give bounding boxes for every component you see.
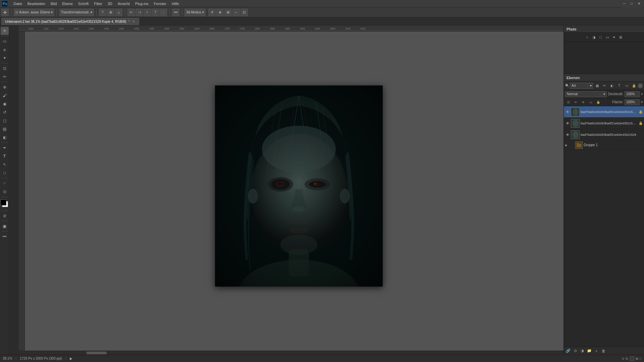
ebenen-icon-6[interactable]: 🔒 xyxy=(631,82,637,89)
layer-row[interactable]: 👁 bad7ba82c60283ba0f21e62e43521529 xyxy=(564,129,644,140)
menu-ansicht[interactable]: Ansicht xyxy=(115,1,132,6)
eyedropper-tool[interactable]: ✏ xyxy=(1,73,9,81)
layer-visibility-1[interactable]: 👁 xyxy=(565,110,570,114)
layer-visibility-4[interactable] xyxy=(570,143,574,147)
status-icon-3[interactable] xyxy=(630,356,634,361)
layer-group-row[interactable]: ▶ Gruppe 1 xyxy=(564,140,644,150)
window-close[interactable]: ✕ xyxy=(635,0,643,7)
tab-close-btn[interactable]: × xyxy=(131,19,136,23)
pfade-icon-3[interactable]: □ xyxy=(598,34,604,40)
lock-transparent[interactable]: ⊡ xyxy=(565,99,572,106)
auto-select-dropdown[interactable]: ☑ Autom. ausw. Ebene ▾ xyxy=(14,9,54,16)
menu-schrift[interactable]: Schrift xyxy=(75,1,91,6)
ebenen-icon-4[interactable]: T xyxy=(616,82,623,89)
lock-artboard[interactable]: ▭ xyxy=(587,99,594,106)
lock-all[interactable]: 🔒 xyxy=(595,99,601,106)
group-layers-btn[interactable]: 📁 xyxy=(586,348,592,354)
lock-position[interactable]: ✛ xyxy=(580,99,587,106)
hscrollbar[interactable] xyxy=(19,351,573,355)
ebenen-icon-5[interactable]: ▭ xyxy=(623,82,630,89)
move-tool[interactable]: ✛ xyxy=(1,27,9,35)
canvas-content[interactable] xyxy=(25,32,573,351)
align-vcenter[interactable]: ⊞ xyxy=(107,9,114,16)
ebenen-icon-1[interactable]: ▦ xyxy=(594,82,600,89)
link-layers-btn[interactable]: 🔗 xyxy=(565,348,571,354)
transform-dropdown[interactable]: Transformationsstr. ▾ xyxy=(59,9,94,16)
pfade-icon-4[interactable]: ▭ xyxy=(604,34,610,40)
delete-layer-btn[interactable]: 🗑 xyxy=(600,348,606,354)
window-maximize[interactable]: □ xyxy=(628,0,635,7)
more-options[interactable]: ••• xyxy=(172,9,179,16)
quick-mask-tool[interactable]: ⊘ xyxy=(1,212,9,220)
distribute-top[interactable]: ⊤ xyxy=(152,9,159,16)
menu-ebene[interactable]: Ebene xyxy=(59,1,75,6)
opacity-arrow[interactable]: ▾ xyxy=(641,92,643,96)
quick-select-tool[interactable]: ✦ xyxy=(1,54,9,62)
foreground-color[interactable] xyxy=(0,199,6,205)
status-arrow[interactable]: ▶ xyxy=(70,357,72,360)
pen-tool[interactable]: ✒ xyxy=(1,144,9,152)
pfade-icon-1[interactable]: ○ xyxy=(584,34,590,40)
menu-bearbeiten[interactable]: Bearbeiten xyxy=(25,1,48,6)
fill-arrow[interactable]: ▾ xyxy=(641,100,643,104)
screen-mode-tool[interactable]: ▣ xyxy=(1,222,9,230)
distribute-right[interactable]: ⊦ xyxy=(144,9,151,16)
blend-mode-select[interactable]: Normal ▾ xyxy=(565,91,607,97)
path-select-tool[interactable]: ↖ xyxy=(1,161,9,169)
crop-tool[interactable]: ⊡ xyxy=(1,64,9,72)
auto-select-mode-dropdown[interactable]: Ebene xyxy=(40,10,50,14)
hand-tool[interactable]: ☞ xyxy=(1,179,9,187)
shape-tool[interactable]: □ xyxy=(1,169,9,177)
text-tool[interactable]: T xyxy=(1,152,9,160)
pfade-icon-6[interactable]: ⊞ xyxy=(618,34,624,40)
pfade-icon-5[interactable]: ✦ xyxy=(611,34,617,40)
stamp-tool[interactable]: ◉ xyxy=(1,100,9,108)
ebenen-icon-2[interactable]: ✏ xyxy=(601,82,608,89)
ebenen-toggle[interactable] xyxy=(638,83,643,88)
layer-visibility-3[interactable]: 👁 xyxy=(565,132,570,137)
layer-row[interactable]: 👁 bad7ba82c60283ba0f21e62e43521529 Kopie… xyxy=(564,106,644,118)
layer-visibility-2[interactable]: 👁 xyxy=(565,121,570,126)
new-layer-btn[interactable]: + xyxy=(593,348,599,354)
lasso-tool[interactable]: ⌀ xyxy=(1,46,9,54)
3d-pan[interactable]: ⊞ xyxy=(224,9,232,16)
3d-scale[interactable]: ⊡ xyxy=(240,9,248,16)
search-type-dropdown[interactable]: ▾ xyxy=(589,83,593,89)
group-collapse-arrow[interactable]: ▶ xyxy=(565,143,569,147)
menu-datei[interactable]: Datei xyxy=(11,1,25,6)
lock-image[interactable]: ✏ xyxy=(573,99,579,106)
select-rect-tool[interactable]: ▭ xyxy=(1,37,9,45)
brush-tool[interactable]: 🖌 xyxy=(1,92,9,100)
move-tool-icon[interactable]: ✛ xyxy=(1,9,9,16)
document-canvas[interactable] xyxy=(215,85,383,287)
menu-hilfe[interactable]: Hilfe xyxy=(169,1,182,6)
3d-slide[interactable]: ↔ xyxy=(232,9,240,16)
hscroll-thumb[interactable] xyxy=(87,352,107,354)
pfade-icon-2[interactable]: ◑ xyxy=(591,34,597,40)
distribute-left[interactable]: ⊢ xyxy=(127,9,135,16)
distribute-vcenter[interactable]: ⋮ xyxy=(160,9,167,16)
heal-tool[interactable]: ⊕ xyxy=(1,83,9,91)
menu-bild[interactable]: Bild xyxy=(48,1,59,6)
align-top[interactable]: ⊤ xyxy=(99,9,106,16)
gradient-tool[interactable]: ▤ xyxy=(1,125,9,133)
layer-row[interactable]: 👁 bad7ba82c60283ba0f21e62e43521529 Kopie… xyxy=(564,118,644,129)
zoom-tool[interactable]: ⊙ xyxy=(1,188,9,196)
opacity-input[interactable]: 100% xyxy=(625,91,640,97)
eraser-tool[interactable]: ◻ xyxy=(1,117,9,125)
add-mask-btn[interactable]: ⊙ xyxy=(572,348,578,354)
document-tab[interactable]: Unbenannt-2 bei 38,1% (bad7ba82c60283ba0… xyxy=(1,18,139,25)
ebenen-icon-3[interactable]: ◐ xyxy=(608,82,615,89)
ebenen-search-input[interactable]: Art xyxy=(570,83,588,89)
menu-3d[interactable]: 3D xyxy=(105,1,115,6)
align-bottom[interactable]: ⊥ xyxy=(115,9,122,16)
more-tools[interactable]: ••• xyxy=(1,233,9,241)
menu-plugins[interactable]: Plug-ins xyxy=(132,1,151,6)
distribute-hcenter[interactable]: ⊣ xyxy=(136,9,143,16)
fill-input[interactable]: 100% xyxy=(625,99,640,105)
menu-filter[interactable]: Filter xyxy=(91,1,105,6)
history-tool[interactable]: ↺ xyxy=(1,108,9,116)
window-minimize[interactable]: ─ xyxy=(621,0,628,7)
dodge-tool[interactable]: ◐ xyxy=(1,133,9,141)
3d-orbit[interactable]: ⊕ xyxy=(216,9,224,16)
